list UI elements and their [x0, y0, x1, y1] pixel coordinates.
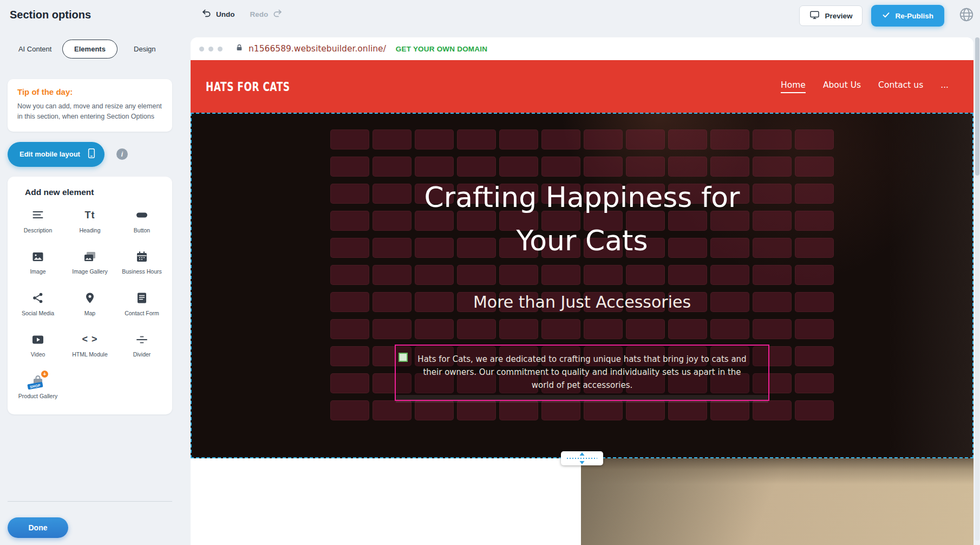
- window-dot: [199, 47, 204, 51]
- hero-tile: [373, 265, 411, 285]
- hero-paragraph-text: Hats for Cats, we are dedicated to craft…: [417, 354, 746, 390]
- mobile-layout-row: Edit mobile layout i: [8, 142, 172, 167]
- topbar-actions: Preview Re-Publish: [799, 5, 944, 27]
- element-video[interactable]: Video: [14, 332, 62, 359]
- contact-form-icon: [135, 291, 148, 306]
- republish-label: Re-Publish: [895, 12, 933, 20]
- hero-paragraph-selected[interactable]: Hats for Cats, we are dedicated to craft…: [395, 345, 769, 401]
- browser-chrome: n1566589.websitebuilder.online/ GET YOUR…: [191, 37, 974, 60]
- section-resize-handle[interactable]: [561, 451, 603, 465]
- hero-tile: [668, 157, 707, 177]
- window-dots: [199, 47, 223, 51]
- hero-tile: [373, 129, 411, 150]
- sidebar-divider: [8, 501, 172, 502]
- element-drag-handle[interactable]: [398, 353, 408, 362]
- element-divider[interactable]: Divider: [118, 332, 166, 359]
- hero-tile: [330, 400, 369, 420]
- resize-arrows-icon: [565, 451, 599, 465]
- image-gallery-icon: [83, 249, 97, 264]
- site-logo[interactable]: HATS FOR CATS: [206, 80, 290, 94]
- hero-tile: [795, 373, 834, 393]
- preview-label: Preview: [825, 12, 852, 20]
- hero-tile: [710, 400, 749, 420]
- hero-tile: [668, 265, 707, 285]
- monitor-icon: [809, 10, 820, 22]
- hero-tile: [710, 319, 749, 339]
- hero-tile: [330, 129, 369, 150]
- hero-tile: [330, 157, 369, 177]
- html-code-icon: < >: [82, 332, 97, 347]
- hero-tile: [795, 400, 834, 420]
- hero-tile: [710, 265, 749, 285]
- element-business-hours[interactable]: Business Hours: [118, 249, 166, 276]
- next-section[interactable]: [191, 458, 974, 545]
- element-social-media[interactable]: Social Media: [14, 291, 62, 317]
- section-options-sidebar: AI Content Elements Design Tip of the da…: [0, 31, 180, 545]
- tip-body: Now you can add, move and resize any ele…: [17, 101, 162, 122]
- hero-tile: [415, 265, 454, 285]
- history-controls: Undo Redo: [201, 8, 283, 20]
- hero-tile: [753, 319, 792, 339]
- hero-tile: [541, 319, 580, 339]
- hero-tile: [457, 319, 496, 339]
- element-image-gallery[interactable]: Image Gallery: [66, 249, 114, 276]
- product-gallery-icon: SHOP +: [30, 374, 46, 388]
- element-heading[interactable]: Tt Heading: [66, 208, 114, 235]
- tip-of-the-day-card: Tip of the day: Now you can add, move an…: [8, 79, 172, 132]
- republish-button[interactable]: Re-Publish: [871, 5, 944, 27]
- element-description[interactable]: Description: [14, 208, 62, 235]
- hero-tile: [330, 319, 369, 339]
- get-domain-link[interactable]: GET YOUR OWN DOMAIN: [396, 45, 487, 53]
- hero-tile: [415, 129, 454, 150]
- nav-about-us[interactable]: About Us: [823, 80, 861, 93]
- tab-elements[interactable]: Elements: [62, 40, 117, 59]
- preview-button[interactable]: Preview: [799, 5, 863, 26]
- element-product-gallery[interactable]: SHOP + Product Gallery: [14, 374, 62, 400]
- hero-section[interactable]: Crafting Happiness for Your Cats More th…: [191, 113, 974, 458]
- button-icon: [135, 208, 148, 223]
- hero-tile: [499, 319, 538, 339]
- redo-button[interactable]: Redo: [250, 8, 283, 20]
- add-element-panel: Add new element Description Tt Heading B…: [8, 177, 172, 414]
- business-hours-icon: [135, 249, 148, 264]
- hero-tile: [753, 400, 792, 420]
- hero-tile: [795, 319, 834, 339]
- nav-more-ellipsis[interactable]: ...: [940, 80, 949, 93]
- tab-design[interactable]: Design: [117, 40, 172, 59]
- nav-home[interactable]: Home: [781, 80, 806, 93]
- hero-subheading[interactable]: More than Just Accessories: [191, 293, 974, 312]
- undo-button[interactable]: Undo: [201, 8, 235, 20]
- language-globe-button[interactable]: [957, 7, 976, 25]
- done-button[interactable]: Done: [8, 517, 68, 538]
- edit-mobile-layout-button[interactable]: Edit mobile layout: [8, 142, 104, 167]
- hero-tile: [626, 400, 665, 420]
- next-section-blank: [191, 458, 581, 545]
- scrollbar-thumb[interactable]: [975, 37, 979, 176]
- info-icon[interactable]: i: [116, 148, 128, 160]
- hero-tile: [457, 400, 496, 420]
- element-button[interactable]: Button: [118, 208, 166, 235]
- hero-tile: [626, 319, 665, 339]
- hero-tile: [795, 157, 834, 177]
- hero-tile: [753, 157, 792, 177]
- element-html-module[interactable]: < > HTML Module: [66, 332, 114, 359]
- site-url: n1566589.websitebuilder.online/: [249, 44, 386, 54]
- phone-icon: [87, 147, 96, 161]
- hero-heading[interactable]: Crafting Happiness for Your Cats: [191, 176, 974, 262]
- hero-tile: [415, 157, 454, 177]
- hero-tile: [457, 129, 496, 150]
- globe-icon: [958, 7, 975, 25]
- check-icon: [882, 11, 890, 21]
- tab-ai-content[interactable]: AI Content: [8, 40, 62, 59]
- hero-tile: [668, 319, 707, 339]
- element-contact-form[interactable]: Contact Form: [118, 291, 166, 317]
- window-dot: [218, 47, 223, 51]
- hero-tile: [541, 129, 580, 150]
- hero-tile: [541, 265, 580, 285]
- nav-contact-us[interactable]: Contact us: [878, 80, 923, 93]
- edit-mobile-label: Edit mobile layout: [19, 150, 80, 158]
- hero-tile: [373, 400, 411, 420]
- element-map[interactable]: Map: [66, 291, 114, 317]
- site-preview-window: n1566589.websitebuilder.online/ GET YOUR…: [191, 37, 974, 545]
- element-image[interactable]: Image: [14, 249, 62, 276]
